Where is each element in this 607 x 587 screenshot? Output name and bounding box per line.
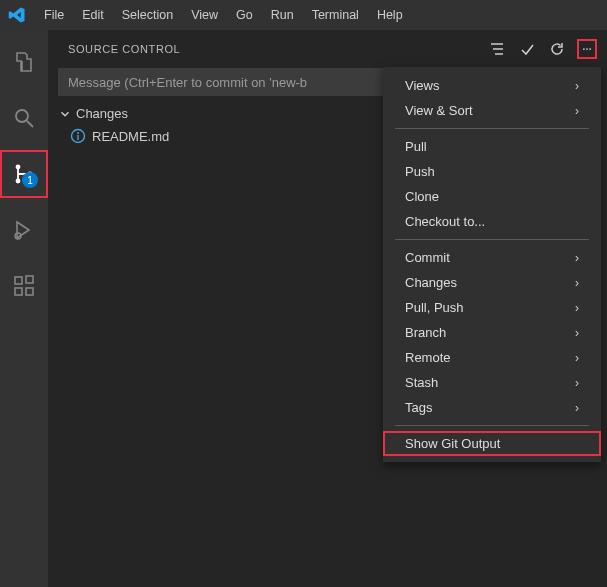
menu-file[interactable]: File [36,4,72,26]
menu-item-label: Tags [405,400,432,415]
panel-header: SOURCE CONTROL [48,30,607,68]
chevron-right-icon: › [575,251,579,265]
menu-item-tags[interactable]: Tags› [383,395,601,420]
panel-title: SOURCE CONTROL [68,43,180,55]
menu-item-view-sort[interactable]: View & Sort› [383,98,601,123]
commit-icon[interactable] [517,39,537,59]
vscode-logo-icon [8,6,26,24]
menu-separator [395,425,589,426]
activity-source-control[interactable]: 1 [0,150,48,198]
title-bar: File Edit Selection View Go Run Terminal… [0,0,607,30]
svg-line-1 [27,121,33,127]
chevron-right-icon: › [575,376,579,390]
svg-point-0 [16,110,28,122]
svg-rect-15 [77,135,78,140]
menu-item-changes[interactable]: Changes› [383,270,601,295]
svg-point-12 [589,48,591,50]
menu-item-remote[interactable]: Remote› [383,345,601,370]
file-name: README.md [92,129,169,144]
menu-bar: File Edit Selection View Go Run Terminal… [36,4,411,26]
menu-item-label: View & Sort [405,103,473,118]
svg-point-11 [586,48,588,50]
menu-selection[interactable]: Selection [114,4,181,26]
menu-item-label: Push [405,164,435,179]
menu-item-label: Remote [405,350,451,365]
info-file-icon [70,128,86,144]
menu-help[interactable]: Help [369,4,411,26]
menu-run[interactable]: Run [263,4,302,26]
activity-bar: 1 [0,30,48,587]
svg-point-3 [16,179,21,184]
menu-item-label: Show Git Output [405,436,500,451]
chevron-down-icon [58,107,72,121]
menu-separator [395,128,589,129]
menu-item-stash[interactable]: Stash› [383,370,601,395]
menu-terminal[interactable]: Terminal [304,4,367,26]
chevron-right-icon: › [575,104,579,118]
chevron-right-icon: › [575,351,579,365]
menu-item-pull[interactable]: Pull [383,134,601,159]
svg-rect-7 [15,288,22,295]
menu-separator [395,239,589,240]
menu-item-label: Checkout to... [405,214,485,229]
chevron-right-icon: › [575,401,579,415]
menu-item-branch[interactable]: Branch› [383,320,601,345]
menu-item-checkout-to[interactable]: Checkout to... [383,209,601,234]
scm-badge: 1 [22,172,38,188]
svg-point-14 [77,132,79,134]
menu-view[interactable]: View [183,4,226,26]
menu-item-pull-push[interactable]: Pull, Push› [383,295,601,320]
activity-extensions[interactable] [0,262,48,310]
activity-search[interactable] [0,94,48,142]
more-actions-icon[interactable] [577,39,597,59]
svg-rect-6 [15,277,22,284]
menu-item-label: Branch [405,325,446,340]
refresh-icon[interactable] [547,39,567,59]
menu-edit[interactable]: Edit [74,4,112,26]
svg-rect-9 [26,276,33,283]
menu-item-clone[interactable]: Clone [383,184,601,209]
changes-label: Changes [76,106,128,121]
chevron-right-icon: › [575,301,579,315]
activity-explorer[interactable] [0,38,48,86]
svg-point-10 [583,48,585,50]
view-as-tree-icon[interactable] [487,39,507,59]
menu-go[interactable]: Go [228,4,261,26]
menu-item-label: Clone [405,189,439,204]
menu-item-label: Commit [405,250,450,265]
menu-item-label: Stash [405,375,438,390]
menu-item-label: Views [405,78,439,93]
chevron-right-icon: › [575,276,579,290]
svg-point-2 [16,165,21,170]
svg-rect-8 [26,288,33,295]
chevron-right-icon: › [575,79,579,93]
menu-item-label: Changes [405,275,457,290]
menu-item-label: Pull, Push [405,300,464,315]
menu-item-views[interactable]: Views› [383,73,601,98]
menu-item-label: Pull [405,139,427,154]
menu-item-commit[interactable]: Commit› [383,245,601,270]
chevron-right-icon: › [575,326,579,340]
menu-item-push[interactable]: Push [383,159,601,184]
panel-actions [487,39,597,59]
menu-item-show-git-output[interactable]: Show Git Output [383,431,601,456]
activity-run-debug[interactable] [0,206,48,254]
scm-more-actions-menu: Views›View & Sort›PullPushCloneCheckout … [383,67,601,462]
